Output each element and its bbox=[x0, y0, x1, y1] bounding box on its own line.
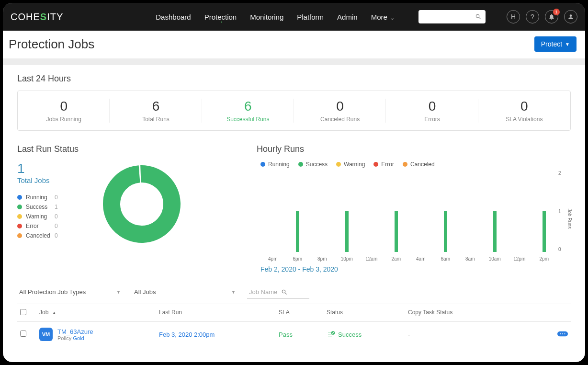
success-icon bbox=[327, 330, 335, 339]
row-actions-icon[interactable] bbox=[557, 331, 568, 337]
bar-slot bbox=[507, 171, 532, 252]
job-policy-prefix: Policy bbox=[57, 335, 73, 341]
select-all-checkbox[interactable] bbox=[20, 309, 26, 315]
bar bbox=[444, 211, 447, 252]
filter-job-types-label: All Protection Job Types bbox=[19, 288, 86, 296]
job-name-link[interactable]: TM_63Azure bbox=[57, 328, 93, 335]
divider-strip bbox=[3, 58, 585, 65]
legend-value: 0 bbox=[55, 223, 58, 229]
stat-value: 6 bbox=[110, 99, 202, 114]
page-header: Protection Jobs Protect ▼ bbox=[3, 31, 585, 58]
jobs-table: Job ▲ Last Run SLA Status Copy Task Stat… bbox=[17, 304, 571, 347]
main-nav: Dashboard Protection Monitoring Platform… bbox=[156, 10, 577, 23]
last-run-link[interactable]: Feb 3, 2020 2:00pm bbox=[159, 331, 279, 338]
th-job[interactable]: Job ▲ bbox=[39, 309, 159, 317]
legend-label: Canceled bbox=[410, 161, 435, 168]
legend-label: Running bbox=[26, 194, 51, 201]
bar-slot bbox=[359, 171, 384, 252]
legend-item: Canceled bbox=[403, 161, 435, 168]
legend-item: Success 1 bbox=[17, 204, 84, 210]
filter-job-types[interactable]: All Protection Job Types ▼ bbox=[17, 285, 123, 299]
search-icon bbox=[281, 289, 288, 296]
vm-icon: VM bbox=[39, 328, 53, 341]
y-tick: 1 bbox=[558, 209, 561, 214]
last-run-title: Last Run Status bbox=[17, 144, 237, 154]
logo-text-post: ITY bbox=[47, 11, 63, 22]
bar-slot bbox=[310, 171, 335, 252]
legend-dot-icon bbox=[17, 205, 22, 209]
x-tick: 8am bbox=[458, 256, 483, 262]
row-checkbox[interactable] bbox=[20, 331, 26, 337]
bar-slot bbox=[260, 171, 285, 252]
legend-label: Error bbox=[381, 161, 394, 168]
legend-item: Error 0 bbox=[17, 223, 84, 229]
caret-down-icon: ▼ bbox=[565, 42, 570, 47]
filter-scope[interactable]: All Jobs ▼ bbox=[132, 285, 237, 299]
filter-scope-label: All Jobs bbox=[134, 288, 156, 296]
bar-slot bbox=[433, 171, 458, 252]
bar-slot bbox=[285, 171, 310, 252]
last-run-panel: Last Run Status 1 Total Jobs Running 0 S… bbox=[17, 144, 237, 273]
filter-job-name[interactable]: Job Name bbox=[247, 285, 309, 299]
x-tick: 4pm bbox=[260, 256, 285, 262]
legend-label: Warning bbox=[344, 161, 365, 168]
th-lastrun[interactable]: Last Run bbox=[159, 309, 279, 317]
hourly-title: Hourly Runs bbox=[257, 144, 571, 154]
nav-monitoring[interactable]: Monitoring bbox=[250, 13, 283, 21]
legend-item: Success bbox=[298, 161, 328, 168]
triangle-down-icon: ▼ bbox=[116, 290, 121, 295]
legend-dot-icon bbox=[403, 162, 407, 167]
sort-asc-icon: ▲ bbox=[52, 310, 57, 315]
hourly-legend: Running Success Warning Error Canceled bbox=[260, 161, 571, 168]
top-bar: COHESITY Dashboard Protection Monitoring… bbox=[3, 3, 585, 31]
logo: COHESITY bbox=[11, 11, 63, 23]
bell-icon[interactable]: 1 bbox=[545, 10, 558, 23]
stat-card: 0 Errors bbox=[386, 91, 478, 130]
nav-protection[interactable]: Protection bbox=[204, 13, 237, 21]
legend-dot-icon bbox=[260, 162, 265, 167]
nav-more[interactable]: More ⌵ bbox=[371, 13, 394, 21]
help-icon[interactable]: ? bbox=[526, 10, 539, 23]
nav-admin[interactable]: Admin bbox=[337, 13, 358, 21]
hourly-date-range[interactable]: Feb 2, 2020 - Feb 3, 2020 bbox=[260, 265, 571, 273]
cluster-icon[interactable]: H bbox=[507, 10, 520, 23]
legend-dot-icon bbox=[17, 233, 22, 238]
x-tick: 4am bbox=[408, 256, 433, 262]
sla-value: Pass bbox=[279, 331, 327, 338]
bell-badge: 1 bbox=[553, 9, 560, 15]
legend-item: Warning 0 bbox=[17, 213, 84, 220]
job-policy-link[interactable]: Gold bbox=[73, 335, 84, 341]
page-title: Protection Jobs bbox=[9, 37, 94, 52]
legend-label: Error bbox=[26, 223, 51, 229]
th-status[interactable]: Status bbox=[327, 309, 408, 317]
protect-button-label: Protect bbox=[541, 40, 562, 48]
legend-item: Error bbox=[373, 161, 394, 168]
legend-label: Canceled bbox=[26, 232, 51, 239]
legend-dot-icon bbox=[17, 224, 22, 228]
svg-point-5 bbox=[564, 333, 565, 334]
svg-point-4 bbox=[562, 333, 563, 334]
global-search[interactable] bbox=[418, 10, 486, 23]
bar-slot bbox=[532, 171, 557, 252]
cluster-label: H bbox=[511, 13, 516, 21]
bar bbox=[493, 211, 497, 252]
nav-dashboard[interactable]: Dashboard bbox=[156, 13, 191, 21]
bar bbox=[345, 211, 349, 252]
stat-value: 0 bbox=[478, 99, 570, 114]
nav-platform[interactable]: Platform bbox=[297, 13, 324, 21]
bar-slot bbox=[483, 171, 508, 252]
legend-value: 0 bbox=[55, 232, 58, 239]
user-icon[interactable] bbox=[564, 10, 577, 23]
table-header: Job ▲ Last Run SLA Status Copy Task Stat… bbox=[17, 304, 571, 322]
x-tick: 6pm bbox=[285, 256, 310, 262]
copy-task-value: - bbox=[408, 331, 544, 338]
protect-button[interactable]: Protect ▼ bbox=[534, 36, 577, 52]
th-copy[interactable]: Copy Task Status bbox=[408, 309, 544, 317]
legend-label: Running bbox=[268, 161, 290, 168]
chevron-down-icon: ⌵ bbox=[391, 15, 394, 21]
stats-row: 0 Jobs Running6 Total Runs6 Successful R… bbox=[17, 91, 571, 131]
legend-dot-icon bbox=[17, 195, 22, 200]
legend-dot-icon bbox=[298, 162, 303, 167]
th-sla[interactable]: SLA bbox=[279, 309, 327, 317]
stat-card: 6 Successful Runs bbox=[202, 91, 294, 130]
